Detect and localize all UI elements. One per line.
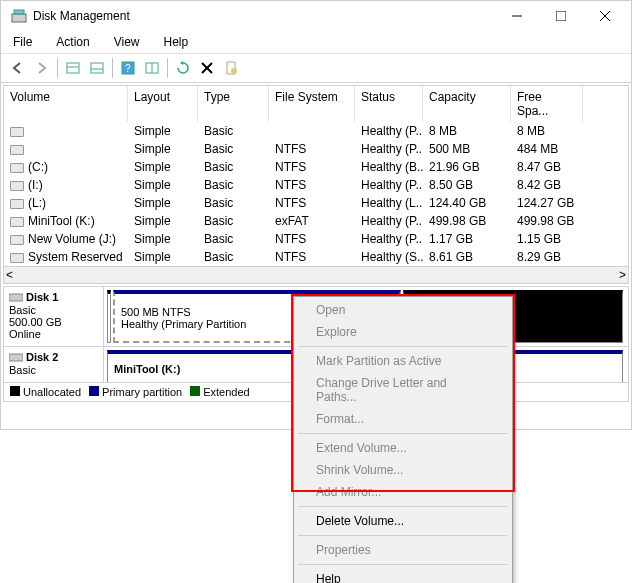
context-menu-item: Shrink Volume... <box>296 459 510 481</box>
table-row[interactable]: (C:)SimpleBasicNTFSHealthy (B...21.96 GB… <box>4 158 628 176</box>
context-menu-item: Change Drive Letter and Paths... <box>296 372 510 408</box>
context-menu-item: Format... <box>296 408 510 430</box>
table-row[interactable]: MiniTool (K:)SimpleBasicexFATHealthy (P.… <box>4 212 628 230</box>
view-top-button[interactable] <box>62 57 84 79</box>
table-row[interactable]: (I:)SimpleBasicNTFSHealthy (P...8.50 GB8… <box>4 176 628 194</box>
disk-icon <box>9 290 23 304</box>
svg-rect-8 <box>91 63 103 73</box>
app-icon <box>11 8 27 24</box>
context-menu-item: Mark Partition as Active <box>296 350 510 372</box>
context-menu-item: Properties <box>296 539 510 561</box>
menu-file[interactable]: File <box>9 33 36 51</box>
forward-button[interactable] <box>31 57 53 79</box>
svg-rect-19 <box>9 354 23 361</box>
window-title: Disk Management <box>33 9 495 23</box>
table-row[interactable]: New Volume (J:)SimpleBasicNTFSHealthy (P… <box>4 230 628 248</box>
toolbar: ? <box>1 54 631 83</box>
help-icon[interactable]: ? <box>117 57 139 79</box>
context-menu-separator <box>298 564 508 565</box>
refresh-button[interactable] <box>172 57 194 79</box>
back-button[interactable] <box>7 57 29 79</box>
volume-table: Volume Layout Type File System Status Ca… <box>3 85 629 284</box>
svg-rect-18 <box>9 294 23 301</box>
scroll-left-icon[interactable]: < <box>6 268 13 282</box>
col-free[interactable]: Free Spa... <box>511 86 583 122</box>
table-row[interactable]: SimpleBasicNTFSHealthy (P...500 MB484 MB <box>4 140 628 158</box>
context-menu-item[interactable]: Delete Volume... <box>296 510 510 532</box>
context-menu-separator <box>298 433 508 434</box>
context-menu-item: Add Mirror... <box>296 481 510 503</box>
legend-unallocated-swatch <box>10 386 20 396</box>
legend-primary-swatch <box>89 386 99 396</box>
context-menu-item[interactable]: Help <box>296 568 510 583</box>
partition-empty[interactable] <box>107 290 111 343</box>
close-button[interactable] <box>583 2 627 30</box>
disk-icon <box>9 350 23 364</box>
horizontal-scrollbar[interactable]: < > <box>4 266 628 283</box>
col-filesystem[interactable]: File System <box>269 86 355 122</box>
table-body: SimpleBasicHealthy (P...8 MB8 MBSimpleBa… <box>4 122 628 266</box>
svg-rect-6 <box>67 63 79 73</box>
table-row[interactable]: (L:)SimpleBasicNTFSHealthy (L...124.40 G… <box>4 194 628 212</box>
svg-point-17 <box>231 68 237 74</box>
context-menu: OpenExploreMark Partition as ActiveChang… <box>293 296 513 583</box>
context-menu-separator <box>298 535 508 536</box>
context-menu-item: Explore <box>296 321 510 343</box>
col-layout[interactable]: Layout <box>128 86 198 122</box>
disk-info-2: Disk 2 Basic <box>4 347 104 387</box>
delete-icon[interactable] <box>196 57 218 79</box>
maximize-button[interactable] <box>539 2 583 30</box>
col-status[interactable]: Status <box>355 86 423 122</box>
context-menu-separator <box>298 506 508 507</box>
context-menu-item: Open <box>296 299 510 321</box>
svg-rect-0 <box>12 14 26 22</box>
table-row[interactable]: System ReservedSimpleBasicNTFSHealthy (S… <box>4 248 628 266</box>
context-menu-separator <box>298 346 508 347</box>
svg-rect-3 <box>556 11 566 21</box>
scroll-right-icon[interactable]: > <box>619 268 626 282</box>
menu-help[interactable]: Help <box>160 33 193 51</box>
disk-info-1: Disk 1 Basic 500.00 GB Online <box>4 287 104 346</box>
context-menu-item: Extend Volume... <box>296 437 510 459</box>
menu-view[interactable]: View <box>110 33 144 51</box>
menu-action[interactable]: Action <box>52 33 93 51</box>
col-type[interactable]: Type <box>198 86 269 122</box>
menubar: File Action View Help <box>1 31 631 54</box>
settings-icon[interactable] <box>141 57 163 79</box>
svg-rect-1 <box>14 10 24 14</box>
col-volume[interactable]: Volume <box>4 86 128 122</box>
col-capacity[interactable]: Capacity <box>423 86 511 122</box>
minimize-button[interactable] <box>495 2 539 30</box>
table-row[interactable]: SimpleBasicHealthy (P...8 MB8 MB <box>4 122 628 140</box>
svg-text:?: ? <box>125 63 131 74</box>
titlebar[interactable]: Disk Management <box>1 1 631 31</box>
view-bottom-button[interactable] <box>86 57 108 79</box>
table-header: Volume Layout Type File System Status Ca… <box>4 86 628 122</box>
properties-icon[interactable] <box>220 57 242 79</box>
legend-extended-swatch <box>190 386 200 396</box>
